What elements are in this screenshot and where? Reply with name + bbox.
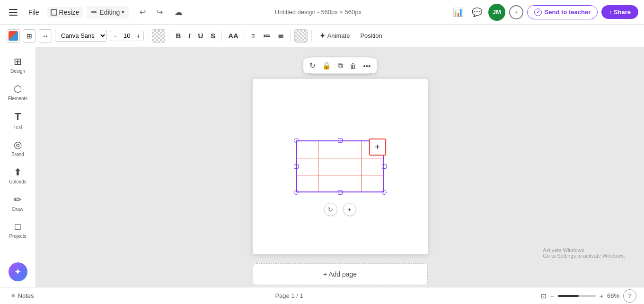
help-button[interactable]: ? <box>623 289 636 303</box>
list-button[interactable]: ≔ <box>261 30 273 42</box>
sidebar-item-projects[interactable]: □ Projects <box>3 217 33 243</box>
comments-button[interactable]: 💬 <box>469 5 485 20</box>
underline-button[interactable]: U <box>195 30 205 42</box>
zoom-fit-icon[interactable]: ⊡ <box>541 292 547 300</box>
projects-icon: □ <box>15 221 20 232</box>
spacing-button[interactable]: ↔ <box>39 29 52 43</box>
color-indicator <box>9 31 18 41</box>
zoom-slider[interactable] <box>558 295 596 297</box>
copy-icon[interactable]: ⧉ <box>336 60 344 71</box>
font-size-input[interactable] <box>120 32 134 39</box>
table-bottom-controls: ↻ + <box>324 203 356 216</box>
windows-watermark: Activate Windows Go to Settings to activ… <box>543 247 625 259</box>
sidebar-item-draw[interactable]: ✏ Draw <box>3 190 33 216</box>
redo-button[interactable]: ↪ <box>152 5 167 20</box>
table-cell[interactable] <box>340 141 362 158</box>
position-button[interactable]: Position <box>356 30 386 41</box>
table-rotate-control[interactable]: ↻ <box>324 203 337 216</box>
divider-5 <box>290 30 291 42</box>
zoom-level: 66% <box>607 292 619 299</box>
sidebar-item-brand[interactable]: ◎ Brand <box>3 135 33 161</box>
elements-icon: ⬡ <box>14 83 22 95</box>
editing-button[interactable]: ✏ Editing ▾ <box>87 6 129 18</box>
main-layout: ⊞ Design ⬡ Elements T Text ◎ Brand ⬆ Upl… <box>0 47 644 287</box>
canvas-page[interactable]: ↻ 🔒 ⧉ 🗑 ••• <box>253 79 428 254</box>
font-size-increase[interactable]: + <box>135 32 141 40</box>
brand-icon: ◎ <box>14 139 22 150</box>
table-cell[interactable] <box>297 175 318 192</box>
uploads-icon: ⬆ <box>14 166 22 178</box>
table-container[interactable]: + ↻ + <box>296 140 384 192</box>
zoom-slider-fill <box>558 295 579 297</box>
italic-button[interactable]: I <box>186 30 193 42</box>
font-size-decrease[interactable]: − <box>112 32 119 40</box>
table-cell[interactable] <box>318 158 340 175</box>
table-cell[interactable] <box>318 175 340 192</box>
rotate-icon[interactable]: ↻ <box>308 60 317 71</box>
table-cell[interactable] <box>297 158 318 175</box>
add-column-button[interactable]: + <box>369 139 386 156</box>
undo-button[interactable]: ↩ <box>135 5 150 20</box>
zoom-in-icon[interactable]: + <box>600 292 603 300</box>
table-row <box>297 158 384 175</box>
color-picker[interactable] <box>7 29 20 43</box>
zoom-out-icon[interactable]: − <box>550 292 554 300</box>
zoom-controls: ⊡ − + 66% ? <box>541 289 636 303</box>
table-cell[interactable] <box>362 158 384 175</box>
more-format-button[interactable]: ≣ <box>275 30 286 42</box>
send-to-teacher-button[interactable]: ✓ Send to teacher <box>527 5 598 19</box>
document-title: Untitled design - 560px × 560px <box>190 9 447 16</box>
lock-icon[interactable]: 🔒 <box>321 60 333 71</box>
notes-button[interactable]: ≡ Notes <box>8 290 38 301</box>
status-bar: ≡ Notes Page 1 / 1 ⊡ − + 66% ? <box>0 287 644 304</box>
analytics-button[interactable]: 📊 <box>450 5 466 20</box>
more-options-icon[interactable]: ••• <box>362 61 372 71</box>
sidebar-bottom: ✦ <box>0 262 35 281</box>
checkmark-icon: ✓ <box>534 9 542 16</box>
page-indicator: Page 1 / 1 <box>38 292 541 299</box>
resize-button[interactable]: Resize <box>47 7 83 18</box>
top-nav: File Resize ✏ Editing ▾ ↩ ↪ ☁ Untitled d… <box>0 0 644 25</box>
divider-3 <box>221 30 222 42</box>
magic-button[interactable]: ✦ <box>9 262 27 281</box>
cloud-save-button[interactable]: ☁ <box>171 5 186 20</box>
notes-icon: ≡ <box>11 292 15 299</box>
table-cell[interactable] <box>362 175 384 192</box>
transparency-button[interactable] <box>152 29 165 43</box>
animate-button[interactable]: ✦ Animate <box>316 29 354 42</box>
file-menu[interactable]: File <box>25 7 43 18</box>
font-size-control: − + <box>110 31 144 41</box>
sidebar-item-text[interactable]: T Text <box>3 107 33 133</box>
add-page-button[interactable]: + Add page <box>253 263 428 285</box>
divider-1 <box>148 30 148 42</box>
table-cell[interactable] <box>340 175 362 192</box>
hamburger-menu[interactable] <box>6 5 21 20</box>
font-selector[interactable]: Canva Sans <box>55 30 107 42</box>
pattern-button[interactable] <box>294 29 308 43</box>
add-collaborator-button[interactable]: + <box>509 5 523 19</box>
strikethrough-button[interactable]: S <box>208 30 218 42</box>
table-add-row-control[interactable]: + <box>343 203 356 216</box>
align-button[interactable]: ≡ <box>249 30 258 42</box>
undo-redo-group: ↩ ↪ <box>135 5 167 20</box>
table-cell[interactable] <box>340 158 362 175</box>
sidebar-item-design[interactable]: ⊞ Design <box>3 52 33 78</box>
draw-icon: ✏ <box>14 194 22 205</box>
table-cell[interactable] <box>297 141 318 158</box>
bold-button[interactable]: B <box>173 30 183 42</box>
nav-right-group: 📊 💬 JM + ✓ Send to teacher ↑ Share <box>450 4 638 21</box>
grid-view-button[interactable]: ⊞ <box>23 29 36 43</box>
sidebar-item-uploads[interactable]: ⬆ Uploads <box>3 163 33 188</box>
table-toolbar: ↻ 🔒 ⧉ 🗑 ••• <box>303 58 377 73</box>
text-icon: T <box>15 111 21 123</box>
text-case-button[interactable]: AA <box>226 30 241 42</box>
delete-icon[interactable]: 🗑 <box>348 61 358 71</box>
avatar[interactable]: JM <box>488 4 505 21</box>
left-sidebar: ⊞ Design ⬡ Elements T Text ◎ Brand ⬆ Upl… <box>0 47 36 287</box>
table-row <box>297 175 384 192</box>
canvas-area[interactable]: 🔒 ⧉ ⊕ ↻ 🔒 ⧉ 🗑 ••• <box>36 47 644 287</box>
format-toolbar: ⊞ ↔ Canva Sans − + B I U S AA ≡ ≔ ≣ ✦ An… <box>0 25 644 47</box>
share-button[interactable]: ↑ Share <box>601 5 638 19</box>
table-cell[interactable] <box>318 141 340 158</box>
sidebar-item-elements[interactable]: ⬡ Elements <box>3 79 33 105</box>
